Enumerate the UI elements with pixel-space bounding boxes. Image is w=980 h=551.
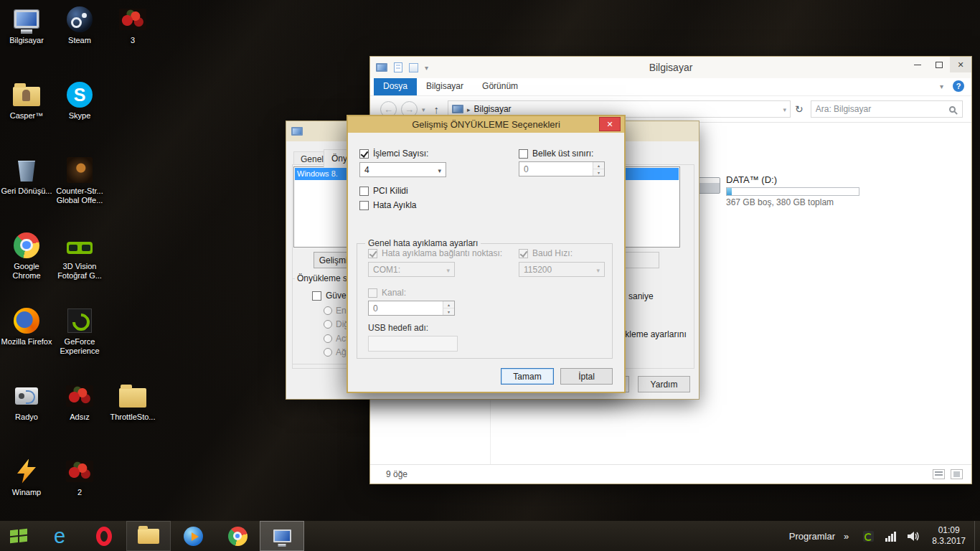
debug-port-select[interactable]: COM1: xyxy=(368,262,455,277)
spin-up-icon[interactable] xyxy=(593,162,604,169)
checkbox-pci-lock[interactable]: PCI Kilidi xyxy=(359,186,408,196)
maximize-button[interactable] xyxy=(928,57,950,72)
maximize-icon xyxy=(936,62,943,68)
checkbox-baud-rate[interactable]: Baud Hızı: xyxy=(519,248,573,258)
checkbox-box xyxy=(359,149,369,159)
breadcrumb-chevron-icon[interactable] xyxy=(467,104,471,114)
desktop-icon-3d-vision[interactable]: 3D Vision Fotoğraf G... xyxy=(54,230,105,281)
taskbar-file-explorer[interactable] xyxy=(126,521,171,551)
radio-network[interactable]: Ağ xyxy=(324,347,347,357)
forward-icon xyxy=(405,104,414,115)
spinner-value: 0 xyxy=(519,162,593,176)
volume-icon[interactable] xyxy=(908,532,919,541)
desktop-icon-skype[interactable]: Skype xyxy=(54,80,105,121)
radio-dot xyxy=(324,334,332,343)
help-icon[interactable] xyxy=(953,80,964,92)
desktop-icon-image-2[interactable]: 2 xyxy=(54,456,105,497)
taskbar-msconfig[interactable] xyxy=(260,521,304,551)
checkbox-box xyxy=(359,187,369,196)
taskbar-opera[interactable] xyxy=(82,521,126,551)
qat-dropdown-icon[interactable] xyxy=(425,62,428,72)
max-memory-spinner[interactable]: 0 xyxy=(519,161,605,176)
back-icon xyxy=(384,104,393,115)
skype-icon xyxy=(67,82,93,108)
qat-new-item-icon[interactable] xyxy=(394,62,402,72)
selected-value: 4 xyxy=(364,165,438,175)
desktop-icon-adsiz[interactable]: Adsız xyxy=(54,381,105,422)
icon-label: Casper™ xyxy=(1,111,52,121)
radio-dot xyxy=(324,320,332,329)
desktop-icon-recycle-bin[interactable]: Geri Dönüşü... xyxy=(1,155,52,196)
checkbox-box xyxy=(519,249,528,258)
desktop-icon-winamp[interactable]: Winamp xyxy=(1,456,52,497)
checkbox-channel[interactable]: Kanal: xyxy=(368,288,406,298)
icon-label: Mozilla Firefox xyxy=(1,337,52,347)
network-icon[interactable] xyxy=(885,531,896,542)
search-box[interactable] xyxy=(811,100,963,118)
desktop-icon-steam[interactable]: Steam xyxy=(54,4,105,45)
tab-dosya[interactable]: Dosya xyxy=(374,78,417,95)
desktop-icon-casper[interactable]: Casper™ xyxy=(1,80,52,121)
spin-down-icon[interactable] xyxy=(593,169,604,176)
icon-label: Geri Dönüşü... xyxy=(1,187,52,196)
winamp-icon xyxy=(17,459,36,484)
checkbox-debug-port[interactable]: Hata ayıklama bağlantı noktası: xyxy=(368,248,502,258)
nvidia-tray-icon[interactable] xyxy=(863,531,874,542)
qat-properties-icon[interactable] xyxy=(409,63,418,72)
desktop-icon-geforce[interactable]: GeForce Experience xyxy=(54,306,105,356)
checkbox-debug[interactable]: Hata Ayıkla xyxy=(359,200,416,210)
desktop-icon-radyo[interactable]: Radyo xyxy=(1,381,52,422)
tab-gorunum[interactable]: Görünüm xyxy=(473,78,527,95)
msconfig-icon xyxy=(273,529,291,542)
show-desktop-button[interactable] xyxy=(974,521,980,551)
cancel-button[interactable]: İptal xyxy=(560,368,613,385)
desktop-icon-image-3[interactable]: 3 xyxy=(107,4,159,45)
taskbar-clock[interactable]: 01:09 8.3.2017 xyxy=(925,525,974,547)
taskbar-internet-explorer[interactable] xyxy=(37,521,82,551)
desktop-icon-throttlestop[interactable]: ThrottleSto... xyxy=(107,381,159,422)
address-dropdown-icon[interactable] xyxy=(783,104,787,114)
processor-count-select[interactable]: 4 xyxy=(359,162,446,177)
firefox-icon xyxy=(14,308,39,334)
start-button[interactable] xyxy=(0,521,37,551)
desktop-icon-firefox[interactable]: Mozilla Firefox xyxy=(1,306,52,347)
minimize-button[interactable] xyxy=(907,57,928,72)
computer-icon xyxy=(14,10,39,28)
close-button[interactable] xyxy=(599,117,621,131)
icon-label: Counter-Str... Global Offe... xyxy=(54,187,105,205)
dropdown-arrow-icon xyxy=(446,265,450,275)
tab-bilgisayar[interactable]: Bilgisayar xyxy=(417,78,473,95)
desktop-icon-bilgisayar[interactable]: Bilgisayar xyxy=(1,4,52,45)
taskbar-media-player[interactable] xyxy=(171,521,215,551)
search-input[interactable] xyxy=(816,104,949,114)
baud-rate-select[interactable]: 115200 xyxy=(519,262,605,277)
checkbox-processor-count[interactable]: İşlemci Sayısı: xyxy=(359,149,428,159)
recent-locations-icon[interactable] xyxy=(422,104,425,114)
breadcrumb[interactable]: Bilgisayar xyxy=(474,104,512,114)
desktop-icon-google-chrome[interactable]: Google Chrome xyxy=(1,230,52,281)
opera-icon xyxy=(96,527,112,546)
minimize-icon xyxy=(914,65,921,65)
checkbox-label: Hata Ayıkla xyxy=(373,200,416,210)
desktop-icon-csgo[interactable]: Counter-Str... Global Offe... xyxy=(54,155,105,205)
checkbox-max-memory[interactable]: Bellek üst sınırı: xyxy=(519,149,593,159)
up-button[interactable] xyxy=(434,103,440,116)
icon-label: ThrottleSto... xyxy=(107,413,159,422)
spin-up-icon[interactable] xyxy=(443,301,454,309)
ok-button[interactable]: Tamam xyxy=(501,368,554,385)
refresh-icon[interactable] xyxy=(795,103,804,115)
channel-spinner[interactable]: 0 xyxy=(368,301,455,316)
close-button[interactable] xyxy=(950,57,971,72)
toolbar-overflow-chevron[interactable]: » xyxy=(838,531,857,542)
details-view-button[interactable] xyxy=(933,469,945,479)
help-button[interactable]: Yardım xyxy=(638,376,690,392)
ribbon-expand-icon[interactable] xyxy=(940,81,943,91)
drive-data-d[interactable]: DATA™ (D:) 367 GB boş, 380 GB toplam xyxy=(697,174,859,207)
spin-down-icon[interactable] xyxy=(443,309,454,315)
taskbar-chrome[interactable] xyxy=(215,521,260,551)
explorer-titlebar: Bilgisayar xyxy=(370,57,971,78)
drive-info: 367 GB boş, 380 GB toplam xyxy=(726,197,859,207)
thumbnail-view-button[interactable] xyxy=(951,469,963,479)
usb-target-input[interactable] xyxy=(368,336,458,352)
taskbar: Programlar » 01:09 8.3.2017 xyxy=(0,521,980,551)
